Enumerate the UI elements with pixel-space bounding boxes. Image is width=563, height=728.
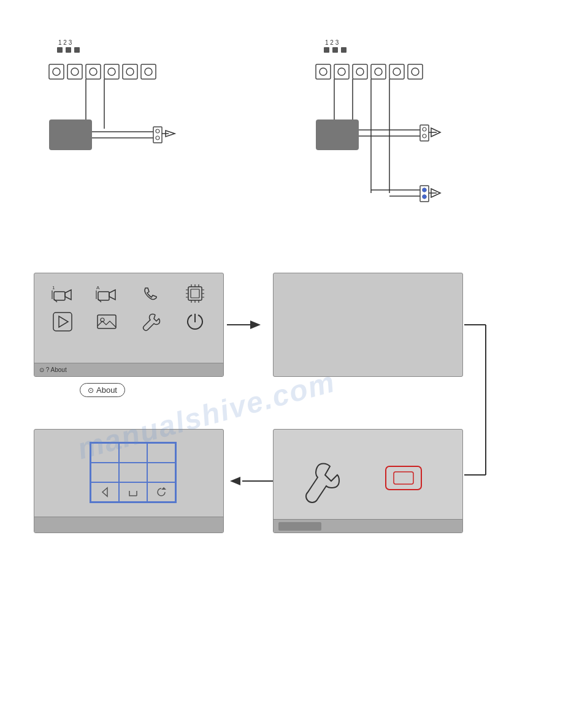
svg-rect-27 — [324, 47, 329, 53]
phone-icon — [131, 282, 170, 305]
svg-text:1: 1 — [52, 285, 55, 290]
processor-icon — [175, 282, 215, 305]
wiring-diagram-right: 1 2 3 — [301, 34, 497, 254]
svg-rect-30 — [316, 64, 331, 79]
svg-rect-29 — [341, 47, 347, 53]
menu-bottom-bar: ⊙ ? About — [34, 363, 223, 376]
wiring-diagram-left: 1 2 3 — [34, 34, 224, 242]
settings-screen — [273, 429, 463, 533]
svg-rect-40 — [408, 64, 423, 79]
settings-wrench-icon — [304, 460, 341, 503]
grid-cell — [147, 463, 175, 482]
about-button[interactable]: ⊙ About — [80, 383, 125, 397]
svg-rect-38 — [389, 64, 404, 79]
image-icon[interactable] — [87, 310, 126, 333]
about-label-in-bar: ? About — [46, 366, 67, 373]
svg-marker-100 — [230, 477, 240, 485]
svg-rect-8 — [86, 64, 101, 79]
bracket-connector — [461, 273, 498, 506]
svg-marker-88 — [59, 316, 68, 327]
svg-rect-65 — [54, 292, 65, 300]
grid-cell — [91, 482, 119, 502]
recording-indicator — [383, 463, 426, 494]
wrench-icon[interactable] — [131, 310, 170, 333]
svg-rect-34 — [353, 64, 367, 79]
svg-text:1  2  3: 1 2 3 — [325, 39, 339, 46]
svg-marker-101 — [102, 488, 107, 496]
about-text: About — [96, 385, 117, 395]
svg-rect-32 — [334, 64, 349, 79]
svg-marker-93 — [250, 320, 261, 329]
left-arrow-1 — [227, 472, 273, 490]
svg-rect-18 — [49, 119, 92, 150]
svg-rect-12 — [123, 64, 137, 79]
svg-rect-4 — [49, 64, 64, 79]
svg-rect-36 — [371, 64, 386, 79]
settings-bottom-bar — [274, 519, 462, 533]
grid-cell — [119, 443, 147, 463]
svg-marker-103 — [161, 487, 166, 490]
camera-number-icon: 1 — [43, 282, 82, 305]
power-icon[interactable] — [175, 310, 215, 333]
svg-point-59 — [423, 188, 426, 192]
svg-rect-97 — [386, 466, 421, 490]
grid-screen — [34, 429, 224, 533]
info-screen — [273, 273, 463, 377]
svg-rect-74 — [191, 289, 199, 298]
svg-rect-89 — [98, 315, 116, 328]
grid-cell — [147, 443, 175, 463]
svg-rect-3 — [74, 47, 80, 53]
camera-angle-icon: A — [87, 282, 126, 305]
grid-cell — [147, 482, 175, 502]
svg-text:A: A — [96, 285, 100, 290]
grid-cell — [91, 463, 119, 482]
menu-screen: 1 A — [34, 273, 224, 377]
svg-rect-6 — [67, 64, 82, 79]
svg-point-60 — [423, 195, 426, 199]
about-icon: ⊙ — [88, 386, 94, 395]
grid-cell — [119, 463, 147, 482]
svg-rect-70 — [98, 292, 109, 300]
svg-rect-2 — [66, 47, 71, 53]
svg-marker-66 — [65, 290, 71, 300]
grid-bottom-bar — [34, 517, 223, 533]
svg-rect-46 — [316, 119, 359, 150]
grid-cell — [119, 482, 147, 502]
svg-rect-1 — [57, 47, 63, 53]
svg-rect-98 — [394, 472, 413, 484]
svg-marker-71 — [109, 290, 115, 300]
play-icon[interactable] — [43, 310, 82, 333]
right-arrow-1 — [227, 316, 264, 334]
svg-rect-87 — [53, 313, 72, 331]
svg-rect-28 — [332, 47, 338, 53]
svg-rect-10 — [104, 64, 119, 79]
svg-rect-73 — [188, 287, 202, 300]
svg-text:1  2  3: 1 2 3 — [58, 39, 72, 46]
svg-rect-14 — [141, 64, 156, 79]
grid-cell — [91, 443, 119, 463]
